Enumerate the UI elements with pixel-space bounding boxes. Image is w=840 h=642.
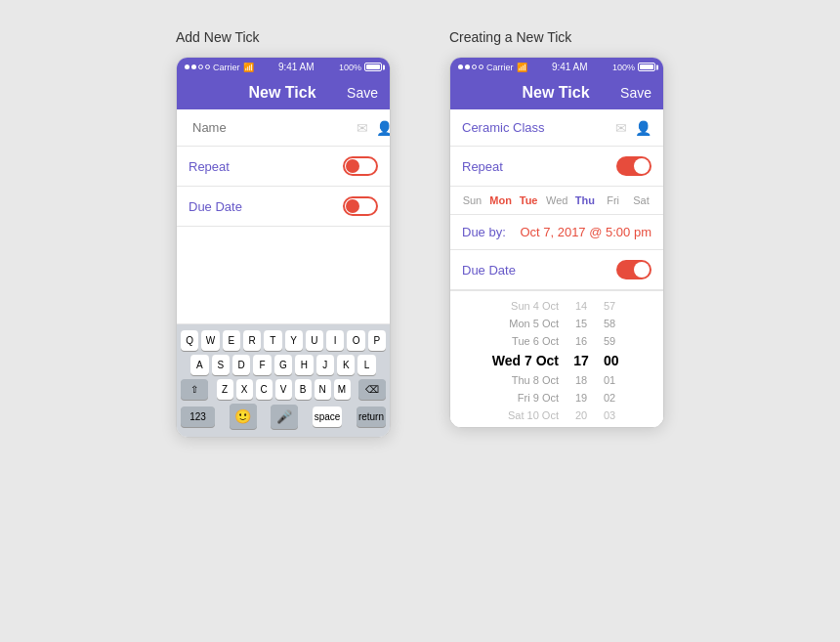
key-backspace[interactable]: ⌫: [358, 379, 386, 400]
key-i[interactable]: I: [326, 330, 344, 351]
picker-time-6: 02: [596, 392, 625, 404]
left-nav-title: New Tick: [249, 84, 316, 102]
day-tue[interactable]: Tue: [518, 194, 539, 206]
day-mon[interactable]: Mon: [489, 194, 511, 206]
signal-dot-1: [185, 64, 189, 69]
picker-num-selected: 17: [567, 353, 596, 368]
due-by-value: Oct 7, 2017 @ 5:00 pm: [520, 225, 651, 239]
r-due-date-toggle[interactable]: [616, 260, 651, 279]
battery-icon: [364, 63, 382, 71]
key-shift[interactable]: ⇧: [181, 379, 208, 400]
key-t[interactable]: T: [264, 330, 281, 351]
key-emoji[interactable]: 🙂: [230, 404, 257, 429]
day-fri[interactable]: Fri: [603, 194, 624, 206]
left-phone: Carrier 📶 9:41 AM 100% New Tick Save: [176, 57, 391, 438]
right-form: Ceramic Class ✉ 👤 Repeat Sun Mon Tue W: [450, 109, 663, 427]
key-h[interactable]: H: [295, 355, 313, 375]
key-k[interactable]: K: [337, 355, 355, 375]
signal-dot-3: [198, 64, 203, 69]
key-x[interactable]: X: [236, 379, 253, 400]
key-p[interactable]: P: [368, 330, 386, 351]
right-nav-bar: New Tick Save: [450, 76, 663, 109]
key-b[interactable]: B: [295, 379, 312, 400]
key-u[interactable]: U: [306, 330, 323, 351]
due-by-label: Due by:: [462, 225, 506, 239]
key-j[interactable]: J: [316, 355, 334, 375]
r-name-row: Ceramic Class ✉ 👤: [450, 109, 663, 147]
left-title: Add New Tick: [176, 29, 391, 45]
picker-row-2: Mon 5 Oct 15 58: [450, 315, 663, 332]
day-sat[interactable]: Sat: [630, 194, 651, 206]
r-signal-dot-4: [479, 64, 483, 69]
picker-num-6: 19: [567, 392, 596, 404]
picker-row-3: Tue 6 Oct 16 59: [450, 332, 663, 350]
key-space[interactable]: space: [313, 407, 343, 427]
picker-num-5: 18: [567, 374, 596, 386]
name-input[interactable]: [192, 120, 357, 135]
key-m[interactable]: M: [334, 379, 351, 400]
r-due-date-label: Due Date: [462, 263, 616, 278]
picker-row-selected: Wed 7 Oct 17 00: [450, 350, 663, 371]
key-r[interactable]: R: [243, 330, 261, 351]
left-status-bar: Carrier 📶 9:41 AM 100%: [177, 58, 390, 76]
picker-time-3: 59: [596, 335, 625, 347]
r-name-value: Ceramic Class: [462, 120, 615, 135]
picker-date-1: Sun 4 Oct: [488, 300, 567, 312]
picker-num-1: 14: [567, 300, 596, 312]
r-repeat-toggle[interactable]: [616, 156, 651, 176]
day-sun[interactable]: Sun: [461, 194, 483, 206]
picker-time-selected: 00: [596, 353, 625, 368]
key-c[interactable]: C: [256, 379, 273, 400]
key-z[interactable]: Z: [217, 379, 233, 400]
key-l[interactable]: L: [357, 355, 375, 375]
due-date-row: Due Date: [177, 187, 390, 227]
key-a[interactable]: A: [190, 355, 208, 375]
left-form: ✉ 👤 Repeat Due Date: [177, 109, 390, 324]
repeat-toggle[interactable]: [343, 156, 378, 176]
key-e[interactable]: E: [223, 330, 240, 351]
battery-percent: 100%: [339, 63, 361, 72]
r-email-icon: ✉: [615, 120, 627, 136]
right-save-button[interactable]: Save: [620, 85, 651, 101]
key-d[interactable]: D: [232, 355, 250, 375]
page-wrapper: Add New Tick Carrier 📶 9:41 AM 100%: [176, 29, 664, 438]
carrier-label: Carrier: [213, 63, 240, 72]
due-date-toggle[interactable]: [343, 196, 378, 216]
r-time-label: 9:41 AM: [552, 62, 588, 72]
left-section: Add New Tick Carrier 📶 9:41 AM 100%: [176, 29, 391, 438]
key-y[interactable]: Y: [285, 330, 303, 351]
key-v[interactable]: V: [275, 379, 292, 400]
picker-num-3: 16: [567, 335, 596, 347]
r-contact-icon: 👤: [635, 120, 651, 136]
wifi-icon: 📶: [243, 63, 254, 72]
day-wed[interactable]: Wed: [546, 194, 567, 206]
key-n[interactable]: N: [315, 379, 331, 400]
key-123[interactable]: 123: [181, 407, 215, 427]
picker-num-2: 15: [567, 318, 596, 329]
key-q[interactable]: Q: [181, 330, 198, 351]
key-g[interactable]: G: [274, 355, 292, 375]
days-row: Sun Mon Tue Wed Thu Fri Sat: [450, 187, 663, 215]
key-f[interactable]: F: [253, 355, 271, 375]
due-by-row: Due by: Oct 7, 2017 @ 5:00 pm: [450, 215, 663, 250]
key-mic[interactable]: 🎤: [271, 405, 298, 429]
right-section: Creating a New Tick Carrier 📶 9:41 AM 10…: [449, 29, 664, 428]
key-s[interactable]: S: [212, 355, 230, 375]
right-title: Creating a New Tick: [449, 29, 664, 45]
kb-row-2: A S D F G H J K L: [181, 355, 386, 375]
kb-row-3: ⇧ Z X C V B N M ⌫: [181, 379, 386, 400]
right-nav-title: New Tick: [523, 84, 590, 102]
key-return[interactable]: return: [357, 407, 386, 427]
picker-num-7: 20: [567, 409, 596, 421]
picker-time-7: 03: [596, 409, 625, 421]
key-o[interactable]: O: [347, 330, 364, 351]
r-signal-dot-2: [465, 64, 470, 69]
key-w[interactable]: W: [201, 330, 219, 351]
picker-row-1: Sun 4 Oct 14 57: [450, 297, 663, 315]
picker-row-6: Fri 9 Oct 19 02: [450, 389, 663, 407]
day-thu[interactable]: Thu: [574, 194, 596, 206]
r-repeat-row: Repeat: [450, 147, 663, 187]
left-save-button[interactable]: Save: [347, 85, 378, 101]
picker-date-3: Tue 6 Oct: [488, 335, 567, 347]
due-date-label: Due Date: [189, 199, 343, 214]
